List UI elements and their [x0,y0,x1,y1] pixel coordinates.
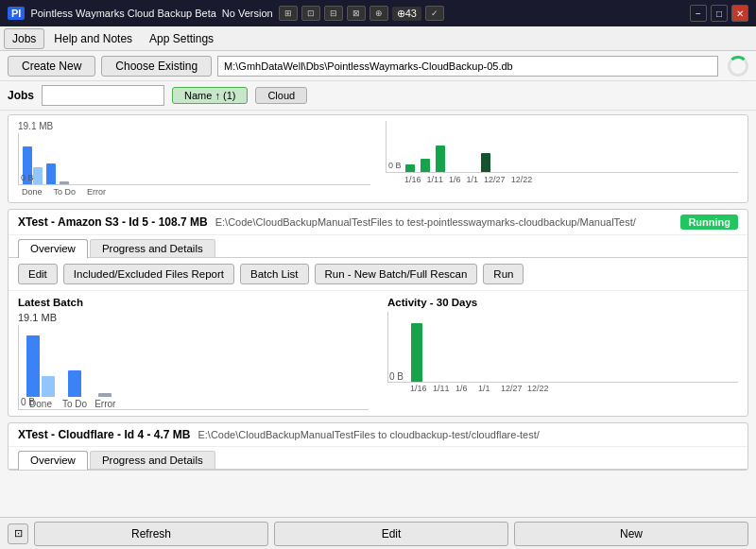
mini-value-top: 19.1 MB [18,121,370,131]
mini-act-bar-6 [481,153,490,172]
mini-date-4: 1/1 [467,175,479,184]
batch-error-label: Error [94,399,115,409]
batch-todo-blue [68,370,81,397]
mini-label-done: Done [22,187,43,197]
mini-act-0b: 0 B [388,161,402,170]
mini-date-1: 1/16 [404,175,421,184]
latest-batch-title: Latest Batch [18,297,369,308]
job-mini-charts: 19.1 MB 0 B [9,115,747,202]
mini-batch-chart: 19.1 MB 0 B [18,121,370,197]
jobs-label: Jobs [8,89,34,102]
batch-list-button[interactable]: Batch List [240,264,309,284]
mini-bar-error [60,181,69,184]
job-card-mini: 19.1 MB 0 B [8,114,748,203]
activity-bars: 0 B [387,312,738,383]
job-card-1: XTest - Amazon S3 - Id 5 - 108.7 MB E:\C… [8,209,748,417]
edit-button[interactable]: Edit [18,264,58,284]
window-controls: − □ ✕ [690,5,748,22]
mini-0b-label: 0 B [21,173,34,182]
title-bar-left: PI Pointless Waymarks Cloud Backup Beta … [8,6,444,21]
mini-labels: Done To Do Error [18,187,370,197]
job1-action-row: Edit Included/Excluded Files Report Batc… [9,258,747,291]
taskbar-icon-3[interactable]: ⊟ [324,6,343,21]
latest-batch-section: Latest Batch 19.1 MB 0 B Done [18,297,369,410]
menu-item-help[interactable]: Help and Notes [46,29,140,48]
activity-title: Activity - 30 Days [387,297,738,308]
act-date-3: 1/6 [455,384,467,393]
mini-bar-todo [46,163,56,184]
activity-section: Activity - 30 Days 0 B [387,297,738,410]
job1-status-badge: Running [680,214,738,230]
taskbar-icon-4[interactable]: ⊠ [347,6,366,21]
tab2-progress[interactable]: Progress and Details [90,451,215,469]
main-area: Jobs Name ↑ (1) Cloud 19.1 MB 0 B [0,81,756,517]
batch-done-blue [26,335,40,397]
refresh-button[interactable]: Refresh [34,522,268,546]
mini-bar-done-light [33,167,43,184]
app-logo: PI [8,7,25,20]
mini-bar-error-gray [60,181,69,184]
job2-title: XTest - Cloudflare - Id 4 - 4.7 MB [18,428,190,441]
job1-header: XTest - Amazon S3 - Id 5 - 108.7 MB E:\C… [9,210,747,235]
choose-existing-button[interactable]: Choose Existing [101,56,212,77]
batch-value-top: 19.1 MB [18,312,369,323]
act-date-6: 12/22 [527,384,542,393]
mini-label-error: Error [87,187,106,197]
taskbar-time: ⊕43 [392,7,421,21]
batch-error-gray [98,393,112,397]
new-button[interactable]: New [514,522,748,546]
tab2-overview[interactable]: Overview [18,451,88,470]
mini-act-bar-2 [421,159,430,172]
batch-0b-label: 0 B [21,397,35,407]
create-new-button[interactable]: Create New [8,56,95,77]
edit-status-button[interactable]: Edit [274,522,508,546]
job1-charts-row: Latest Batch 19.1 MB 0 B Done [9,291,747,416]
menu-item-jobs[interactable]: Jobs [4,28,44,49]
app-title: Pointless Waymarks Cloud Backup Beta [30,8,215,19]
job1-title: XTest - Amazon S3 - Id 5 - 108.7 MB [18,215,208,229]
batch-done-light [42,376,55,397]
taskbar-icon-6[interactable]: ✓ [425,6,444,21]
sort-cloud-button[interactable]: Cloud [255,87,307,104]
mini-act-bar-1 [405,164,415,172]
taskbar-icon-5[interactable]: ⊕ [369,6,388,21]
included-excluded-button[interactable]: Included/Excluded Files Report [63,264,234,284]
act-bar-1 [411,323,422,382]
run-new-batch-button[interactable]: Run - New Batch/Full Rescan [315,264,478,284]
act-bar-1-green [411,323,422,382]
tab-progress[interactable]: Progress and Details [90,239,215,257]
status-bar: ⊡ Refresh Edit New [0,517,756,549]
mini-date-5: 12/27 [484,175,506,184]
job1-path: E:\Code\CloudBackupManualTestFiles to te… [215,216,674,228]
batch-bar-todo: To Do [62,370,87,409]
toolbar: Create New Choose Existing [0,51,756,81]
sort-name-button[interactable]: Name ↑ (1) [172,87,248,104]
job-card-2: XTest - Cloudflare - Id 4 - 4.7 MB E:\Co… [8,422,748,471]
act-0b-label: 0 B [389,371,404,382]
menu-item-settings[interactable]: App Settings [142,29,221,48]
tab-overview[interactable]: Overview [18,239,88,258]
db-path-input[interactable] [217,56,718,77]
taskbar-icon-2[interactable]: ⊡ [301,6,320,21]
mini-date-6: 12/22 [511,175,533,184]
job2-header: XTest - Cloudflare - Id 4 - 4.7 MB E:\Co… [9,423,747,447]
act-date-2: 1/11 [433,384,444,393]
act-date-4: 1/1 [478,384,490,393]
act-date-1: 1/16 [410,384,421,393]
scroll-area[interactable]: 19.1 MB 0 B [0,111,756,517]
mini-act-bar-3 [436,146,445,172]
taskbar-icon-1[interactable]: ⊞ [279,6,298,21]
status-icon[interactable]: ⊡ [8,523,28,544]
run-button[interactable]: Run [483,264,524,284]
maximize-button[interactable]: □ [711,5,728,22]
minimize-button[interactable]: − [690,5,707,22]
title-bar: PI Pointless Waymarks Cloud Backup Beta … [0,0,756,26]
mini-date-3: 1/6 [449,175,461,184]
jobs-search-input[interactable] [42,85,164,106]
mini-label-todo: To Do [54,187,77,197]
mini-date-2: 1/11 [427,175,444,184]
batch-chart-area: 0 B Done To Do [18,325,369,410]
batch-todo-label: To Do [62,399,87,409]
activity-dates: 1/16 1/11 1/6 1/1 12/27 12/22 [387,384,738,393]
close-button[interactable]: ✕ [731,5,748,22]
